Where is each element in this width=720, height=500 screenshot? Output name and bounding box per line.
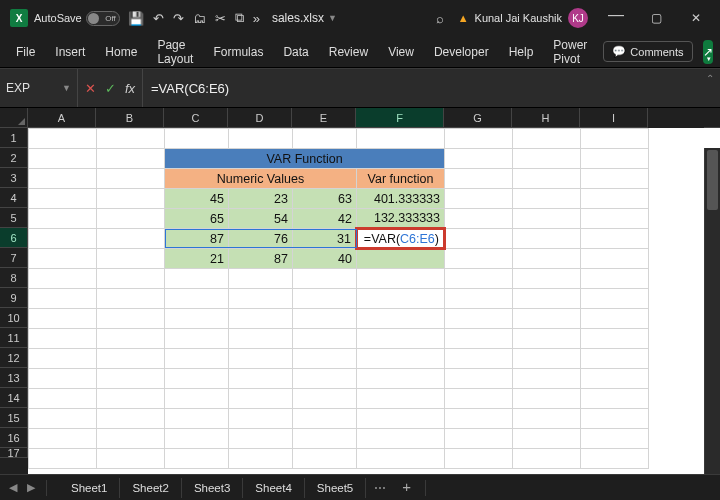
vertical-scrollbar[interactable] — [704, 148, 720, 474]
sheet-tab-3[interactable]: Sheet3 — [182, 478, 243, 498]
cell-e4[interactable]: 63 — [293, 189, 357, 209]
cell-f4[interactable]: 401.333333 — [357, 189, 445, 209]
formula-text: =VAR(C6:E6) — [151, 81, 229, 96]
comments-label: Comments — [630, 46, 683, 58]
autosave-switch[interactable]: Off — [86, 11, 120, 26]
row-header-10[interactable]: 10 — [0, 308, 28, 328]
cell-f5[interactable]: 132.333333 — [357, 209, 445, 229]
cell-sub-right[interactable]: Var function — [357, 169, 445, 189]
autosave-label: AutoSave — [34, 12, 82, 24]
row-header-13[interactable]: 13 — [0, 368, 28, 388]
close-button[interactable]: ✕ — [676, 0, 716, 36]
add-sheet-button[interactable]: + — [394, 474, 419, 499]
cell-c4[interactable]: 45 — [165, 189, 229, 209]
tab-review[interactable]: Review — [321, 39, 376, 65]
chevron-down-icon: ▼ — [328, 13, 337, 23]
row-header-11[interactable]: 11 — [0, 328, 28, 348]
sheet-tab-4[interactable]: Sheet4 — [243, 478, 304, 498]
cell-d7[interactable]: 87 — [229, 249, 293, 269]
maximize-button[interactable]: ▢ — [636, 0, 676, 36]
col-header-h[interactable]: H — [512, 108, 580, 128]
cell-d6[interactable]: 76 — [229, 229, 293, 249]
col-header-g[interactable]: G — [444, 108, 512, 128]
col-header-d[interactable]: D — [228, 108, 292, 128]
cell-title[interactable]: VAR Function — [165, 149, 445, 169]
fx-icon[interactable]: fx — [120, 81, 140, 96]
tab-data[interactable]: Data — [275, 39, 316, 65]
cell-c5[interactable]: 65 — [165, 209, 229, 229]
enter-icon[interactable]: ✓ — [100, 81, 120, 96]
row-header-1[interactable]: 1 — [0, 128, 28, 148]
sheet-nav-next[interactable]: ▶ — [22, 481, 40, 494]
sheet-tab-1[interactable]: Sheet1 — [59, 478, 120, 498]
row-header-12[interactable]: 12 — [0, 348, 28, 368]
cell-e5[interactable]: 42 — [293, 209, 357, 229]
tab-developer[interactable]: Developer — [426, 39, 497, 65]
name-box-value: EXP — [6, 81, 30, 95]
cell-f6-editing[interactable]: =VAR(C6:E6) — [357, 229, 445, 249]
comments-button[interactable]: 💬 Comments — [603, 41, 692, 62]
cell-f7[interactable] — [357, 249, 445, 269]
cell-d5[interactable]: 54 — [229, 209, 293, 229]
user-name-label: Kunal Jai Kaushik — [475, 12, 562, 24]
row-header-14[interactable]: 14 — [0, 388, 28, 408]
tab-formulas[interactable]: Formulas — [205, 39, 271, 65]
row-header-9[interactable]: 9 — [0, 288, 28, 308]
chevron-down-icon[interactable]: ▼ — [62, 83, 71, 93]
row-header-8[interactable]: 8 — [0, 268, 28, 288]
row-header-7[interactable]: 7 — [0, 248, 28, 268]
minimize-button[interactable]: — — [596, 0, 636, 33]
col-header-c[interactable]: C — [164, 108, 228, 128]
touch-icon[interactable]: 🗂 — [193, 11, 206, 26]
qat-more-icon[interactable]: » — [253, 11, 260, 26]
cell-d4[interactable]: 23 — [229, 189, 293, 209]
cut-icon[interactable]: ✂ — [215, 11, 226, 26]
cancel-icon[interactable]: ✕ — [80, 81, 100, 96]
scroll-thumb[interactable] — [707, 150, 718, 210]
tab-home[interactable]: Home — [97, 39, 145, 65]
cell-e7[interactable]: 40 — [293, 249, 357, 269]
tab-page-layout[interactable]: Page Layout — [149, 32, 201, 72]
row-header-3[interactable]: 3 — [0, 168, 28, 188]
sheet-tab-2[interactable]: Sheet2 — [120, 478, 181, 498]
save-icon[interactable]: 💾 — [128, 11, 144, 26]
row-header-4[interactable]: 4 — [0, 188, 28, 208]
tab-file[interactable]: File — [8, 39, 43, 65]
row-header-17[interactable]: 17 — [0, 448, 28, 458]
copy-icon[interactable]: ⧉ — [235, 10, 244, 26]
col-header-a[interactable]: A — [28, 108, 96, 128]
account-button[interactable]: ▲ Kunal Jai Kaushik KJ — [458, 8, 588, 28]
redo-icon[interactable]: ↷ — [173, 11, 184, 26]
row-header-16[interactable]: 16 — [0, 428, 28, 448]
col-header-e[interactable]: E — [292, 108, 356, 128]
cell-c6[interactable]: 87 — [165, 229, 229, 249]
cell-c7[interactable]: 21 — [165, 249, 229, 269]
row-header-6[interactable]: 6 — [0, 228, 28, 248]
tab-power-pivot[interactable]: Power Pivot — [545, 32, 595, 72]
select-all-button[interactable] — [0, 108, 28, 128]
comment-icon: 💬 — [612, 45, 626, 58]
document-title[interactable]: sales.xlsx ▼ — [272, 11, 337, 25]
tab-help[interactable]: Help — [501, 39, 542, 65]
row-header-15[interactable]: 15 — [0, 408, 28, 428]
cells-grid[interactable]: VAR Function Numeric ValuesVar function … — [28, 128, 720, 469]
cell-sub-left[interactable]: Numeric Values — [165, 169, 357, 189]
autosave-toggle[interactable]: AutoSave Off — [34, 11, 120, 26]
share-button[interactable]: ↗ — [703, 40, 713, 64]
row-header-2[interactable]: 2 — [0, 148, 28, 168]
formula-bar[interactable]: =VAR(C6:E6) — [143, 69, 700, 107]
sheet-nav-prev[interactable]: ◀ — [4, 481, 22, 494]
cell-e6[interactable]: 31 — [293, 229, 357, 249]
sheet-tabs-more[interactable]: ⋯ — [366, 477, 394, 499]
expand-formula-icon[interactable]: ⌃ — [700, 69, 720, 107]
tab-view[interactable]: View — [380, 39, 422, 65]
undo-icon[interactable]: ↶ — [153, 11, 164, 26]
row-header-5[interactable]: 5 — [0, 208, 28, 228]
tab-insert[interactable]: Insert — [47, 39, 93, 65]
name-box[interactable]: EXP ▼ — [0, 69, 78, 107]
col-header-i[interactable]: I — [580, 108, 648, 128]
col-header-b[interactable]: B — [96, 108, 164, 128]
col-header-f[interactable]: F — [356, 108, 444, 128]
search-icon[interactable]: ⌕ — [436, 11, 444, 26]
sheet-tab-5[interactable]: Sheet5 — [305, 478, 366, 498]
